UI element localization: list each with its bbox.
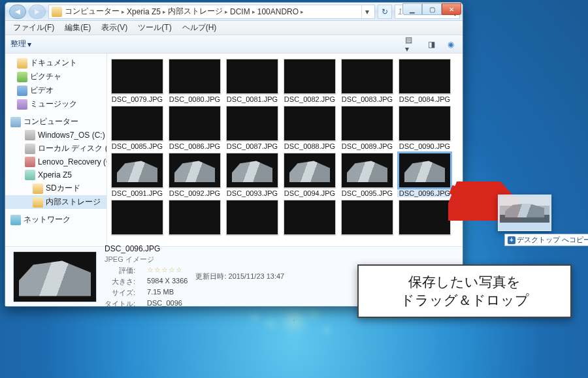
- tree-library-ドキュメント[interactable]: ドキュメント: [5, 56, 106, 70]
- folder-icon: [33, 197, 43, 208]
- thumbnail[interactable]: DSC_0095.JPG: [340, 153, 395, 197]
- breadcrumb-separator[interactable]: ▸: [122, 8, 125, 15]
- thumbnail[interactable]: DSC_0090.JPG: [397, 106, 452, 150]
- thumbnail[interactable]: DSC_0088.JPG: [282, 106, 337, 150]
- help-icon[interactable]: ◉: [444, 38, 457, 51]
- phone-icon: [25, 170, 35, 180]
- preview-thumbnail: [13, 251, 97, 302]
- details-size-label: サイズ:: [105, 288, 138, 298]
- details-rating[interactable]: ☆☆☆☆☆: [147, 266, 188, 276]
- thumbnail[interactable]: DSC_0079.JPG: [110, 59, 165, 103]
- breadcrumbs: コンピューター▸Xperia Z5▸内部ストレージ▸DCIM▸100ANDRO▸: [65, 6, 304, 17]
- thumbnail-label: DSC_0092.JPG: [169, 189, 220, 197]
- tree-computer[interactable]: コンピューター: [5, 115, 106, 129]
- thumbnail[interactable]: [167, 200, 222, 236]
- breadcrumb-separator[interactable]: ▸: [301, 8, 304, 15]
- nav-back-button[interactable]: ◄: [9, 5, 26, 19]
- menu-file[interactable]: ファイル(F): [9, 21, 58, 35]
- computer-icon: [10, 117, 21, 127]
- thumbnail[interactable]: DSC_0082.JPG: [282, 59, 337, 103]
- folder-icon: [17, 58, 27, 69]
- maximize-button[interactable]: ▢: [422, 3, 442, 15]
- thumbnail[interactable]: DSC_0091.JPG: [110, 153, 165, 197]
- file-list[interactable]: DSC_0079.JPGDSC_0080.JPGDSC_0081.JPGDSC_…: [107, 54, 463, 246]
- tree-item[interactable]: Xperia Z5: [5, 168, 106, 181]
- details-filename: DSC_0096.JPG: [105, 244, 188, 253]
- thumbnail-label: DSC_0089.JPG: [342, 142, 393, 150]
- tree-item[interactable]: Windows7_OS (C:): [5, 129, 106, 142]
- tree-item[interactable]: ローカル ディスク (F:): [5, 142, 106, 155]
- plus-icon: +: [508, 236, 515, 244]
- thumbnail[interactable]: DSC_0083.JPG: [340, 59, 395, 103]
- vid-icon: [17, 86, 27, 96]
- tree-item[interactable]: 内部ストレージ: [5, 195, 106, 209]
- thumbnail[interactable]: [340, 200, 395, 236]
- drag-tooltip: + デスクトップ へコピー: [504, 234, 588, 246]
- breadcrumb-separator[interactable]: ▸: [252, 8, 255, 15]
- thumbnail[interactable]: [282, 200, 337, 236]
- thumbnail[interactable]: DSC_0085.JPG: [110, 106, 165, 150]
- address-dropdown-icon[interactable]: ▾: [361, 5, 372, 18]
- tree-network[interactable]: ネットワーク: [5, 213, 106, 227]
- thumbnail-image: [399, 200, 451, 235]
- breadcrumb-segment[interactable]: 100ANDRO: [257, 7, 299, 16]
- menu-edit[interactable]: 編集(E): [61, 21, 95, 35]
- breadcrumb-separator[interactable]: ▸: [163, 8, 166, 15]
- thumbnail[interactable]: DSC_0081.JPG: [225, 59, 280, 103]
- breadcrumb-separator[interactable]: ▸: [225, 8, 228, 15]
- thumbnail[interactable]: [110, 200, 165, 236]
- folder-icon: [52, 7, 62, 17]
- thumbnail-image: [341, 106, 393, 141]
- thumbnail[interactable]: [397, 200, 452, 236]
- thumbnail[interactable]: DSC_0084.JPG: [397, 59, 452, 103]
- toolbar: 整理 ▾ ▤ ▾ ◨ ◉: [5, 35, 463, 54]
- thumbnail-label: DSC_0083.JPG: [342, 95, 393, 103]
- thumbnail[interactable]: DSC_0094.JPG: [282, 153, 337, 197]
- details-rating-label: 評価:: [105, 266, 138, 276]
- details-modified: 2015/11/23 13:47: [229, 272, 285, 280]
- tree-item[interactable]: SDカード: [5, 181, 106, 195]
- breadcrumb-segment[interactable]: コンピューター: [65, 6, 120, 17]
- thumbnail[interactable]: DSC_0080.JPG: [167, 59, 222, 103]
- details-filetype: JPEG イメージ: [105, 255, 188, 264]
- thumbnail-label: DSC_0088.JPG: [284, 142, 335, 150]
- minimize-button[interactable]: ▁: [402, 3, 422, 15]
- preview-pane-button[interactable]: ◨: [425, 38, 438, 51]
- thumbnail-image: [284, 59, 336, 94]
- thumbnail-image: [284, 106, 336, 141]
- details-title: DSC_0096: [147, 299, 188, 309]
- address-bar[interactable]: コンピューター▸Xperia Z5▸内部ストレージ▸DCIM▸100ANDRO▸…: [48, 5, 375, 19]
- breadcrumb-segment[interactable]: 内部ストレージ: [168, 6, 223, 17]
- breadcrumb-segment[interactable]: DCIM: [230, 7, 250, 16]
- thumbnail-image: [399, 153, 451, 188]
- organize-button[interactable]: 整理 ▾: [10, 39, 31, 50]
- nav-forward-button[interactable]: ►: [29, 5, 46, 19]
- titlebar: ◄ ► コンピューター▸Xperia Z5▸内部ストレージ▸DCIM▸100AN…: [5, 3, 463, 21]
- thumbnail-label: DSC_0090.JPG: [399, 142, 450, 150]
- chevron-down-icon: ▾: [27, 40, 31, 49]
- tree-library-ビデオ[interactable]: ビデオ: [5, 84, 106, 97]
- thumbnail[interactable]: DSC_0092.JPG: [167, 153, 222, 197]
- tree-library-ミュージック[interactable]: ミュージック: [5, 97, 106, 111]
- refresh-button[interactable]: ↻: [378, 5, 392, 19]
- thumbnail-label: DSC_0079.JPG: [112, 95, 163, 103]
- thumbnail[interactable]: DSC_0086.JPG: [167, 106, 222, 150]
- close-button[interactable]: ✕: [442, 3, 461, 15]
- view-options-button[interactable]: ▤ ▾: [405, 38, 418, 51]
- thumbnail[interactable]: DSC_0093.JPG: [225, 153, 280, 197]
- breadcrumb-segment[interactable]: Xperia Z5: [127, 7, 161, 16]
- pic-icon: [17, 72, 27, 82]
- thumbnail[interactable]: [225, 200, 280, 236]
- menu-view[interactable]: 表示(V): [97, 21, 131, 35]
- thumbnail-image: [226, 106, 278, 141]
- thumbnail-label: DSC_0081.JPG: [227, 95, 278, 103]
- thumbnail[interactable]: DSC_0089.JPG: [340, 106, 395, 150]
- tree-library-ピクチャ[interactable]: ピクチャ: [5, 70, 106, 84]
- menu-help[interactable]: ヘルプ(H): [178, 21, 221, 35]
- tree-item[interactable]: Lenovo_Recovery (Q:): [5, 155, 106, 168]
- menu-tools[interactable]: ツール(T): [134, 21, 175, 35]
- thumbnail-image: [284, 200, 336, 235]
- thumbnail[interactable]: DSC_0096.JPG: [397, 153, 452, 197]
- thumbnail[interactable]: DSC_0087.JPG: [225, 106, 280, 150]
- thumbnail-image: [169, 200, 221, 235]
